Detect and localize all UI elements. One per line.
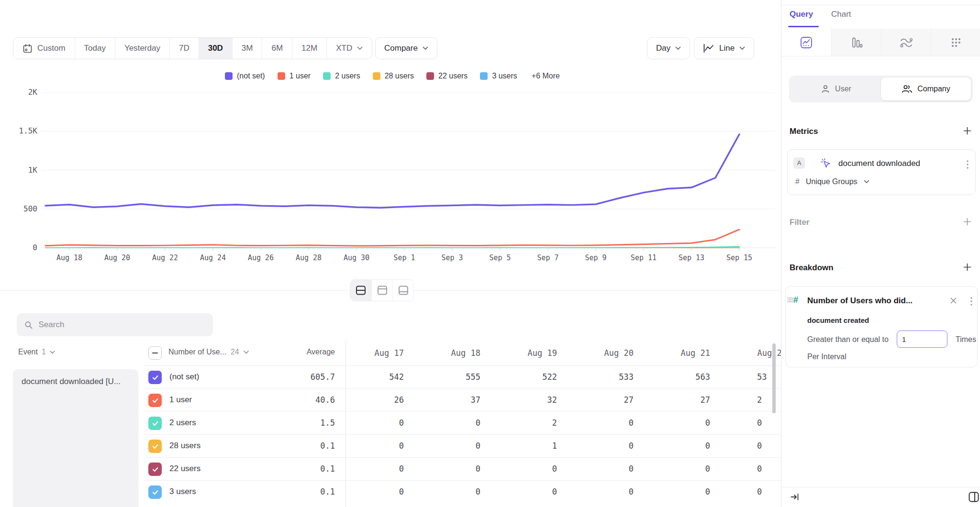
legend-item[interactable]: 1 user bbox=[278, 72, 311, 80]
value-cell: 0 bbox=[493, 464, 569, 474]
range-label: 6M bbox=[271, 44, 283, 53]
line-chart: 2K1.5K1K5000 Aug 18Aug 20Aug 22Aug 24Aug… bbox=[0, 63, 781, 264]
add-metric-button[interactable] bbox=[962, 125, 972, 136]
series-line[interactable] bbox=[45, 246, 739, 248]
breakdown-menu-button[interactable] bbox=[969, 295, 974, 308]
legend-item[interactable]: 3 users bbox=[480, 72, 517, 80]
scope-company[interactable]: Company bbox=[881, 77, 971, 100]
range-12m[interactable]: 12M bbox=[292, 38, 326, 59]
metric-measure-dropdown[interactable]: # Unique Groups bbox=[795, 177, 869, 186]
tab-query[interactable]: Query bbox=[790, 10, 813, 19]
date-column-header: Aug 19 bbox=[493, 342, 569, 364]
value-cell: 0 bbox=[569, 464, 646, 474]
series-line[interactable] bbox=[45, 134, 739, 208]
value-cell: 563 bbox=[646, 372, 723, 382]
tab-chart[interactable]: Chart bbox=[831, 10, 851, 19]
remove-breakdown-button[interactable] bbox=[949, 296, 958, 305]
add-filter-button[interactable] bbox=[962, 216, 972, 227]
scope-toggle: User Company bbox=[789, 76, 973, 102]
row-average: 0.1 bbox=[258, 464, 335, 474]
value-cell: 533 bbox=[569, 372, 646, 382]
breakdown-per-interval-label[interactable]: Per Interval bbox=[807, 353, 846, 361]
range-yesterday[interactable]: Yesterday bbox=[115, 38, 169, 59]
range-3m[interactable]: 3M bbox=[232, 38, 262, 59]
event-header-label: Event bbox=[18, 348, 38, 356]
interval-dropdown[interactable]: Day bbox=[647, 37, 690, 59]
compare-button[interactable]: Compare bbox=[375, 37, 437, 59]
legend-label: 2 users bbox=[335, 72, 360, 80]
chart-canvas[interactable] bbox=[0, 63, 781, 264]
legend-item[interactable]: (not set) bbox=[225, 72, 265, 80]
drag-handle-icon[interactable] bbox=[787, 297, 794, 303]
split-view-button[interactable] bbox=[968, 491, 980, 503]
add-breakdown-button[interactable] bbox=[962, 262, 972, 272]
metric-menu-button[interactable] bbox=[965, 158, 970, 171]
x-tick-label: Sep 13 bbox=[670, 254, 713, 262]
row-checkbox[interactable] bbox=[148, 463, 162, 476]
y-tick-label: 0 bbox=[0, 243, 37, 253]
row-checkbox[interactable] bbox=[148, 485, 162, 499]
value-cell: 0 bbox=[569, 441, 646, 451]
value-cell: 0 bbox=[416, 418, 493, 428]
scope-user[interactable]: User bbox=[791, 77, 881, 100]
value-cell: 0 bbox=[416, 464, 493, 474]
series-line[interactable] bbox=[45, 230, 739, 246]
legend-item[interactable]: 2 users bbox=[323, 72, 360, 80]
legend-swatch bbox=[426, 72, 434, 80]
range-30d[interactable]: 30D bbox=[199, 38, 232, 59]
y-tick-label: 2K bbox=[0, 88, 37, 97]
event-column-header[interactable]: Event 1 bbox=[18, 348, 55, 356]
legend-more[interactable]: +6 More bbox=[532, 72, 560, 80]
range-6m[interactable]: 6M bbox=[262, 38, 292, 59]
range-label: 12M bbox=[301, 44, 317, 53]
legend-item[interactable]: 22 users bbox=[426, 72, 468, 80]
chart-style-dropdown[interactable]: Line bbox=[694, 37, 754, 59]
chart-type-bar[interactable] bbox=[831, 29, 881, 56]
legend-items: (not set)1 user2 users28 users22 users3 … bbox=[225, 72, 517, 80]
table-scrollbar[interactable] bbox=[772, 343, 776, 413]
value-cell: 0 bbox=[723, 418, 781, 428]
layout-split-button[interactable] bbox=[350, 280, 371, 301]
layout-table-bottom-button[interactable] bbox=[392, 280, 413, 301]
collapse-panel-button[interactable] bbox=[790, 492, 800, 502]
search-input[interactable] bbox=[39, 320, 205, 330]
row-checkbox[interactable] bbox=[148, 417, 162, 430]
row-checkbox[interactable] bbox=[148, 394, 162, 407]
indeterminate-mark bbox=[152, 353, 158, 353]
chart-type-grid[interactable] bbox=[931, 29, 980, 56]
x-tick-label: Sep 5 bbox=[479, 254, 522, 262]
interval-label: Day bbox=[656, 44, 670, 53]
range-xtd[interactable]: XTD bbox=[326, 38, 372, 59]
row-checkbox[interactable] bbox=[148, 371, 162, 384]
legend-item[interactable]: 28 users bbox=[373, 72, 414, 80]
event-name-cell[interactable]: document downloaded [U... bbox=[13, 369, 138, 507]
group-column-header[interactable]: Number of Use... 24 bbox=[168, 348, 249, 356]
range-label: 7D bbox=[179, 44, 189, 53]
x-tick-label: Aug 28 bbox=[287, 254, 330, 262]
range-today[interactable]: Today bbox=[75, 38, 115, 59]
legend-swatch bbox=[373, 72, 380, 80]
range-custom[interactable]: Custom bbox=[13, 38, 75, 59]
select-all-checkbox[interactable] bbox=[148, 346, 162, 360]
breakdown-condition-label[interactable]: Greater than or equal to bbox=[807, 335, 889, 344]
row-label: 2 users bbox=[169, 418, 196, 428]
range-7d[interactable]: 7D bbox=[169, 38, 199, 59]
line-chart-box-icon bbox=[800, 36, 813, 49]
value-cell: 0 bbox=[646, 441, 723, 451]
breakdown-title[interactable]: Number of Users who did... bbox=[807, 296, 913, 306]
layout-chart-top-button[interactable] bbox=[371, 280, 392, 301]
row-checkbox[interactable] bbox=[148, 440, 162, 453]
metric-card[interactable]: A document downloaded # Unique Groups bbox=[787, 149, 976, 195]
x-tick-label: Sep 9 bbox=[574, 254, 617, 262]
chart-type-flow[interactable] bbox=[881, 29, 931, 56]
chart-type-line[interactable] bbox=[781, 29, 831, 56]
breakdown-value-input[interactable] bbox=[897, 331, 947, 348]
calendar-icon bbox=[22, 44, 33, 54]
value-cell: 0 bbox=[646, 464, 723, 474]
range-label: Today bbox=[84, 44, 106, 53]
metric-event-name[interactable]: document downloaded bbox=[838, 159, 920, 168]
value-cell: 0 bbox=[569, 418, 646, 428]
row-label: 28 users bbox=[169, 441, 200, 451]
date-range-group: CustomTodayYesterday7D30D3M6M12MXTD bbox=[13, 37, 372, 59]
breakdown-event-name[interactable]: document created bbox=[807, 316, 869, 324]
